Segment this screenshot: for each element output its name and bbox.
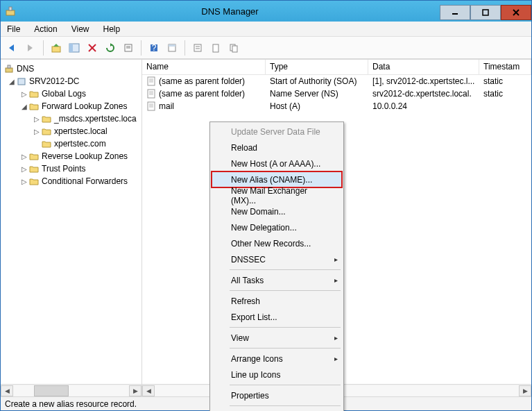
svg-marker-7 [28, 44, 33, 51]
window-controls [440, 3, 531, 20]
ctx-new-host[interactable]: New Host (A or AAAA)... [212, 156, 342, 171]
ctx-separator [230, 290, 341, 291]
record-row[interactable]: (same as parent folder) Start of Authori… [142, 75, 531, 87]
folder-icon [28, 151, 40, 162]
ctx-new-mx[interactable]: New Mail Exchanger (MX)... [212, 187, 342, 203]
scroll-left-icon[interactable]: ◀ [1, 385, 13, 396]
new-record-button[interactable] [208, 40, 223, 56]
zone-folder-icon [41, 113, 52, 124]
expand-icon[interactable]: ▷ [20, 153, 28, 160]
expand-icon[interactable]: ▷ [20, 178, 28, 185]
refresh-button[interactable] [103, 40, 118, 56]
up-button[interactable] [49, 40, 64, 56]
window-title: DNS Manager [20, 6, 440, 17]
svg-rect-29 [8, 65, 10, 68]
record-data: 10.0.0.24 [368, 101, 479, 111]
ctx-arrange-icons[interactable]: Arrange Icons [212, 351, 342, 367]
expand-icon[interactable]: ▷ [20, 90, 28, 98]
ctx-refresh[interactable]: Refresh [212, 293, 342, 309]
col-name[interactable]: Name [142, 60, 266, 74]
ctx-update-server-data: Update Server Data File [212, 124, 342, 140]
scroll-thumb[interactable] [34, 385, 69, 396]
tree-conditional-forwarders[interactable]: ▷ Conditional Forwarders [2, 175, 140, 187]
svg-rect-39 [148, 102, 155, 110]
menu-file[interactable]: File [4, 23, 23, 35]
ctx-properties[interactable]: Properties [212, 387, 342, 403]
menu-help[interactable]: Help [101, 23, 123, 35]
tree-zone-msdcs[interactable]: ▷ _msdcs.xpertstec.loca [2, 112, 140, 125]
record-icon [146, 101, 156, 111]
context-menu: Update Server Data File Reload New Host … [209, 121, 344, 411]
svg-rect-8 [52, 47, 60, 52]
svg-marker-6 [9, 44, 14, 51]
ctx-other-records[interactable]: Other New Records... [212, 235, 342, 251]
folder-icon [28, 101, 40, 112]
tree-global-logs[interactable]: ▷ Global Logs [2, 87, 140, 100]
ctx-new-delegation[interactable]: New Delegation... [212, 219, 342, 235]
col-timestamp[interactable]: Timestam [479, 60, 531, 74]
folder-icon [28, 176, 40, 187]
expand-icon[interactable]: ▷ [20, 165, 28, 173]
ctx-view[interactable]: View [212, 330, 342, 346]
tree-server[interactable]: ◢ SRV2012-DC [2, 75, 140, 87]
ctx-reload[interactable]: Reload [212, 140, 342, 156]
properties-button[interactable] [164, 40, 180, 56]
record-row[interactable]: mail Host (A) 10.0.0.24 [142, 100, 531, 112]
tree-trust-points[interactable]: ▷ Trust Points [2, 162, 140, 175]
menu-view[interactable]: View [69, 23, 92, 35]
tree-zone-local[interactable]: ▷ xpertstec.local [2, 125, 140, 137]
ctx-separator [230, 269, 341, 270]
ctx-all-tasks[interactable]: All Tasks [212, 272, 342, 288]
export-button[interactable] [121, 40, 136, 56]
scroll-right-icon[interactable]: ▶ [129, 385, 141, 396]
svg-marker-9 [53, 44, 59, 47]
tree-forward-lookup-zones[interactable]: ◢ Forward Lookup Zones [2, 100, 140, 112]
col-type[interactable]: Type [266, 60, 368, 74]
svg-rect-11 [69, 44, 73, 52]
tree-trust-label: Trust Points [42, 164, 86, 174]
ctx-help[interactable]: Help [212, 408, 342, 411]
scroll-left-icon[interactable]: ◀ [142, 385, 155, 396]
tree-flz-label: Forward Lookup Zones [42, 101, 127, 111]
zone-folder-icon [41, 126, 52, 137]
statusbar-text: Create a new alias resource record. [5, 399, 137, 409]
help-button[interactable]: ? [146, 40, 162, 56]
svg-rect-0 [6, 10, 15, 15]
menu-action[interactable]: Action [31, 23, 60, 35]
svg-rect-28 [6, 68, 12, 72]
ctx-export[interactable]: Export List... [212, 309, 342, 325]
tree-reverse-lookup-zones[interactable]: ▷ Reverse Lookup Zones [2, 150, 140, 162]
expand-icon[interactable]: ▷ [33, 128, 41, 135]
collapse-icon[interactable]: ◢ [8, 78, 16, 85]
new-zone-button[interactable] [226, 40, 241, 56]
ctx-separator [230, 405, 341, 406]
folder-icon [28, 88, 40, 99]
filter-button[interactable] [190, 40, 205, 56]
collapse-icon[interactable]: ◢ [20, 103, 28, 110]
tree-cond-label: Conditional Forwarders [42, 176, 128, 186]
record-row[interactable]: (same as parent folder) Name Server (NS)… [142, 87, 531, 100]
ctx-lineup-icons[interactable]: Line up Icons [212, 367, 342, 383]
scroll-right-icon[interactable]: ▶ [519, 385, 531, 396]
minimize-button[interactable] [440, 5, 470, 20]
zone-folder-icon [41, 138, 52, 149]
delete-button[interactable] [85, 40, 100, 56]
ctx-new-domain[interactable]: New Domain... [212, 203, 342, 219]
tree-zone-com[interactable]: xpertstec.com [2, 137, 140, 150]
folder-icon [28, 163, 40, 174]
tree-body: DNS ◢ SRV2012-DC ▷ Global Logs ◢ Forward… [1, 60, 141, 384]
tree-root-dns[interactable]: DNS [2, 62, 140, 75]
tree-hscrollbar[interactable]: ◀ ▶ [1, 384, 141, 396]
ctx-dnssec[interactable]: DNSSEC [212, 251, 342, 267]
forward-button[interactable] [23, 40, 38, 56]
ctx-separator [230, 327, 341, 328]
show-hide-tree-button[interactable] [67, 40, 82, 56]
server-icon [16, 76, 27, 87]
record-name: (same as parent folder) [159, 76, 245, 86]
back-button[interactable] [5, 40, 20, 56]
maximize-button[interactable] [470, 5, 501, 20]
close-button[interactable] [501, 5, 531, 20]
expand-icon[interactable]: ▷ [33, 115, 41, 123]
tree-root-label: DNS [17, 64, 34, 74]
col-data[interactable]: Data [368, 60, 479, 74]
